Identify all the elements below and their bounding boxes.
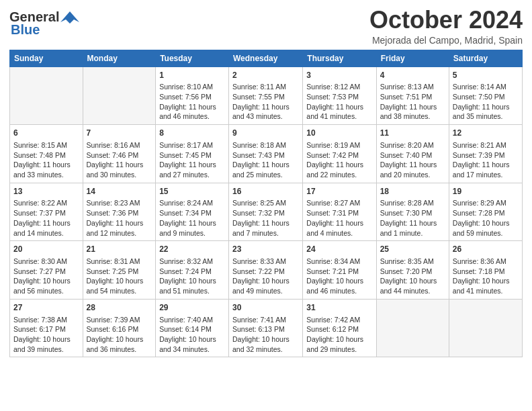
calendar-day-cell: 9Sunrise: 8:18 AM Sunset: 7:43 PM Daylig… (229, 125, 303, 183)
calendar-day-cell: 23Sunrise: 8:33 AM Sunset: 7:22 PM Dayli… (229, 241, 303, 300)
day-of-week-header: Friday (376, 50, 449, 66)
location: Mejorada del Campo, Madrid, Spain (369, 35, 523, 46)
day-number: 18 (380, 186, 445, 197)
day-number: 30 (232, 302, 299, 314)
calendar-week-row: 13Sunrise: 8:22 AM Sunset: 7:37 PM Dayli… (10, 183, 523, 241)
calendar-day-cell: 27Sunrise: 7:38 AM Sunset: 6:17 PM Dayli… (10, 299, 83, 357)
day-number: 22 (159, 244, 225, 255)
calendar-day-cell: 30Sunrise: 7:41 AM Sunset: 6:13 PM Dayli… (229, 299, 303, 357)
logo: General Blue (9, 7, 79, 38)
day-number: 20 (13, 244, 79, 255)
day-number: 8 (159, 128, 225, 139)
day-info: Sunrise: 8:19 AM Sunset: 7:42 PM Dayligh… (306, 140, 372, 180)
day-info: Sunrise: 8:23 AM Sunset: 7:36 PM Dayligh… (87, 198, 152, 238)
day-info: Sunrise: 8:13 AM Sunset: 7:51 PM Dayligh… (380, 82, 445, 122)
day-number: 27 (13, 302, 79, 314)
calendar-day-cell: 7Sunrise: 8:16 AM Sunset: 7:46 PM Daylig… (83, 125, 156, 183)
day-info: Sunrise: 8:28 AM Sunset: 7:30 PM Dayligh… (380, 198, 445, 238)
day-number: 15 (159, 186, 225, 197)
day-info: Sunrise: 8:36 AM Sunset: 7:18 PM Dayligh… (453, 257, 519, 296)
day-info: Sunrise: 8:25 AM Sunset: 7:32 PM Dayligh… (232, 198, 299, 238)
day-number: 23 (232, 244, 299, 255)
day-of-week-header: Wednesday (229, 50, 303, 66)
day-info: Sunrise: 8:29 AM Sunset: 7:28 PM Dayligh… (453, 198, 519, 238)
day-info: Sunrise: 8:21 AM Sunset: 7:39 PM Dayligh… (453, 140, 519, 180)
day-number: 3 (306, 70, 372, 81)
day-info: Sunrise: 8:20 AM Sunset: 7:40 PM Dayligh… (380, 140, 445, 180)
day-of-week-header: Saturday (449, 50, 522, 66)
calendar-day-cell: 22Sunrise: 8:32 AM Sunset: 7:24 PM Dayli… (156, 241, 229, 300)
calendar-day-cell: 6Sunrise: 8:15 AM Sunset: 7:48 PM Daylig… (10, 125, 83, 183)
calendar-day-cell: 14Sunrise: 8:23 AM Sunset: 7:36 PM Dayli… (83, 183, 156, 241)
day-info: Sunrise: 8:14 AM Sunset: 7:50 PM Dayligh… (453, 82, 519, 122)
day-number: 16 (232, 186, 299, 197)
calendar-day-cell: 19Sunrise: 8:29 AM Sunset: 7:28 PM Dayli… (449, 183, 522, 241)
day-info: Sunrise: 8:11 AM Sunset: 7:55 PM Dayligh… (232, 82, 299, 122)
day-number: 11 (380, 128, 445, 139)
day-of-week-header: Tuesday (156, 50, 229, 66)
calendar-day-cell (10, 66, 83, 125)
calendar-day-cell: 1Sunrise: 8:10 AM Sunset: 7:56 PM Daylig… (156, 66, 229, 125)
calendar-day-cell: 2Sunrise: 8:11 AM Sunset: 7:55 PM Daylig… (229, 66, 303, 125)
day-of-week-header: Monday (83, 50, 156, 66)
day-info: Sunrise: 8:33 AM Sunset: 7:22 PM Dayligh… (232, 257, 299, 296)
day-number: 9 (232, 128, 299, 139)
calendar-week-row: 20Sunrise: 8:30 AM Sunset: 7:27 PM Dayli… (10, 241, 523, 300)
calendar-day-cell (83, 66, 156, 125)
day-number: 25 (380, 244, 445, 255)
calendar-week-row: 27Sunrise: 7:38 AM Sunset: 6:17 PM Dayli… (10, 299, 523, 357)
day-number: 26 (453, 244, 519, 255)
calendar-day-cell: 31Sunrise: 7:42 AM Sunset: 6:12 PM Dayli… (303, 299, 376, 357)
day-info: Sunrise: 8:12 AM Sunset: 7:53 PM Dayligh… (306, 82, 372, 122)
month-title: October 2024 (369, 7, 523, 34)
day-number: 4 (380, 70, 445, 81)
calendar-day-cell: 25Sunrise: 8:35 AM Sunset: 7:20 PM Dayli… (376, 241, 449, 300)
logo-bird-icon (60, 10, 79, 25)
day-info: Sunrise: 8:17 AM Sunset: 7:45 PM Dayligh… (159, 140, 225, 180)
calendar-day-cell: 11Sunrise: 8:20 AM Sunset: 7:40 PM Dayli… (376, 125, 449, 183)
day-info: Sunrise: 8:10 AM Sunset: 7:56 PM Dayligh… (159, 82, 225, 122)
day-info: Sunrise: 7:38 AM Sunset: 6:17 PM Dayligh… (13, 315, 79, 355)
day-info: Sunrise: 7:41 AM Sunset: 6:13 PM Dayligh… (232, 315, 299, 355)
calendar-day-cell: 3Sunrise: 8:12 AM Sunset: 7:53 PM Daylig… (303, 66, 376, 125)
day-info: Sunrise: 7:39 AM Sunset: 6:16 PM Dayligh… (87, 315, 152, 355)
page-container: General Blue October 2024 Mejorada del C… (0, 0, 532, 364)
calendar-day-cell: 12Sunrise: 8:21 AM Sunset: 7:39 PM Dayli… (449, 125, 522, 183)
calendar-day-cell: 8Sunrise: 8:17 AM Sunset: 7:45 PM Daylig… (156, 125, 229, 183)
calendar-week-row: 6Sunrise: 8:15 AM Sunset: 7:48 PM Daylig… (10, 125, 523, 183)
calendar-day-cell: 18Sunrise: 8:28 AM Sunset: 7:30 PM Dayli… (376, 183, 449, 241)
day-number: 31 (306, 302, 372, 314)
svg-marker-0 (60, 11, 79, 24)
calendar-day-cell: 26Sunrise: 8:36 AM Sunset: 7:18 PM Dayli… (449, 241, 522, 300)
day-number: 17 (306, 186, 372, 197)
day-number: 14 (87, 186, 152, 197)
day-info: Sunrise: 8:35 AM Sunset: 7:20 PM Dayligh… (380, 257, 445, 296)
calendar-header-row: SundayMondayTuesdayWednesdayThursdayFrid… (10, 50, 523, 66)
day-info: Sunrise: 8:32 AM Sunset: 7:24 PM Dayligh… (159, 257, 225, 296)
calendar-week-row: 1Sunrise: 8:10 AM Sunset: 7:56 PM Daylig… (10, 66, 523, 125)
day-info: Sunrise: 8:27 AM Sunset: 7:31 PM Dayligh… (306, 198, 372, 238)
title-area: October 2024 Mejorada del Campo, Madrid,… (369, 7, 523, 46)
day-number: 24 (306, 244, 372, 255)
calendar-day-cell: 4Sunrise: 8:13 AM Sunset: 7:51 PM Daylig… (376, 66, 449, 125)
day-info: Sunrise: 8:15 AM Sunset: 7:48 PM Dayligh… (13, 140, 79, 180)
day-of-week-header: Sunday (10, 50, 83, 66)
day-info: Sunrise: 8:22 AM Sunset: 7:37 PM Dayligh… (13, 198, 79, 238)
calendar-day-cell: 17Sunrise: 8:27 AM Sunset: 7:31 PM Dayli… (303, 183, 376, 241)
day-info: Sunrise: 8:18 AM Sunset: 7:43 PM Dayligh… (232, 140, 299, 180)
calendar-table: SundayMondayTuesdayWednesdayThursdayFrid… (9, 50, 523, 358)
day-number: 29 (159, 302, 225, 314)
day-number: 13 (13, 186, 79, 197)
day-info: Sunrise: 8:30 AM Sunset: 7:27 PM Dayligh… (13, 257, 79, 296)
calendar-day-cell: 10Sunrise: 8:19 AM Sunset: 7:42 PM Dayli… (303, 125, 376, 183)
calendar-day-cell: 24Sunrise: 8:34 AM Sunset: 7:21 PM Dayli… (303, 241, 376, 300)
day-info: Sunrise: 8:31 AM Sunset: 7:25 PM Dayligh… (87, 257, 152, 296)
header: General Blue October 2024 Mejorada del C… (9, 7, 523, 46)
calendar-day-cell: 28Sunrise: 7:39 AM Sunset: 6:16 PM Dayli… (83, 299, 156, 357)
day-number: 1 (159, 70, 225, 81)
day-info: Sunrise: 8:24 AM Sunset: 7:34 PM Dayligh… (159, 198, 225, 238)
calendar-day-cell: 16Sunrise: 8:25 AM Sunset: 7:32 PM Dayli… (229, 183, 303, 241)
calendar-day-cell (376, 299, 449, 357)
calendar-day-cell: 21Sunrise: 8:31 AM Sunset: 7:25 PM Dayli… (83, 241, 156, 300)
day-info: Sunrise: 7:40 AM Sunset: 6:14 PM Dayligh… (159, 315, 225, 355)
